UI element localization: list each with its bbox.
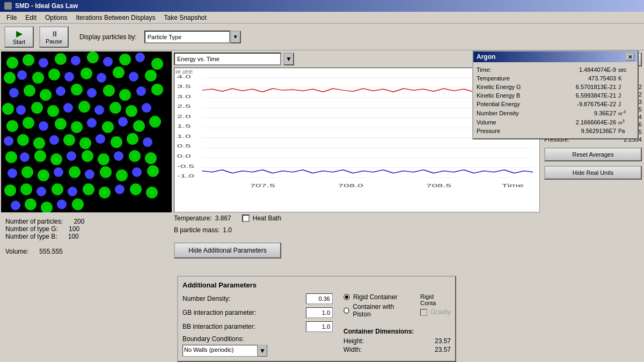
chart-type-arrow[interactable]: ▼ [283,53,294,65]
menu-snapshot[interactable]: Take Snapshot [159,13,210,23]
container-piston-radio[interactable] [343,307,349,314]
particle [126,105,137,117]
boundary-select-box[interactable]: No Walls (periodic) [182,345,258,357]
svg-text:-1.0: -1.0 [177,174,194,179]
container-type-group: Rigid Container Container with Piston [343,293,409,320]
particle [67,151,76,161]
menu-options[interactable]: Options [41,13,71,23]
hide-real-units-button[interactable]: Hide Real Units [544,166,642,180]
param-row-bb: BB interaction parameter: [182,321,333,332]
container-piston-row[interactable]: Container with Piston [343,303,409,318]
params-left: Number Density: GB interaction parameter… [182,293,333,357]
particle [83,183,94,195]
pause-button[interactable]: ⏸ Pause [39,26,69,48]
boundary-select[interactable]: No Walls (periodic) ▼ [182,345,267,357]
volume-label: Volume: [5,248,28,255]
argon-panel: Argon ✕ Time: 1.4844074E-9 sec Temperatu… [472,50,639,139]
particle [55,53,67,65]
rigid-container-radio[interactable] [343,294,350,300]
hide-additional-button[interactable]: Hide Additional Parameters [174,242,281,258]
particle [151,58,163,70]
particle [56,86,65,96]
argon-nd-value: 9.36E27 [543,110,616,116]
particle-type-arrow[interactable]: ▼ [230,31,241,43]
chart-type-box[interactable]: Energy vs. Time [174,53,281,65]
particle [39,121,48,131]
num-type-b-value: 100 [68,233,79,240]
particle [32,72,44,84]
argon-pres-label: Pressure [477,128,541,134]
particle [49,135,59,145]
menu-bar: File Edit Options Iterations Between Dis… [0,12,644,24]
particle [52,183,63,195]
particle [20,183,32,195]
volume-value: 555.555 [39,248,62,255]
boundary-select-row[interactable]: No Walls (periodic) ▼ [182,345,333,357]
particle [149,116,161,128]
argon-row-pres: Pressure 9.5629136E7 Pa [477,127,634,135]
width-label: Width: [343,346,362,353]
argon-close-button[interactable]: ✕ [626,53,634,61]
particle-type-box[interactable]: Particle Type [144,31,230,43]
temperature-value: 3.867 [215,215,231,222]
particle [119,89,131,101]
particle [25,198,36,210]
num-density-input[interactable] [306,293,333,304]
particle [145,152,157,164]
particle [33,137,45,149]
particle [23,117,34,129]
rigid-container-row[interactable]: Rigid Container [343,293,409,301]
height-value: 23.57 [435,337,451,345]
toolbar: ▶ Start ⏸ Pause Display particles by: Pa… [0,24,644,50]
reset-averages-button[interactable]: Reset Averages [544,147,642,161]
container-piston-label: Container with Piston [353,303,409,318]
particle [63,134,75,146]
main-content: Number of particles: 200 Number of type … [0,50,644,362]
particle [130,183,142,195]
argon-time-label: Time: [477,67,541,73]
particle [143,137,152,147]
bb-param-input[interactable] [306,321,333,332]
heat-bath-checkbox[interactable] [242,215,250,222]
particle [136,86,146,96]
particle [87,51,99,63]
particle-type-dropdown[interactable]: Particle Type ▼ [144,31,241,43]
num-type-g-label: Number of type G: [5,225,58,233]
particle [5,151,17,163]
particle [71,56,80,65]
svg-text:0.5: 0.5 [177,144,191,149]
gravity-label: Gravity [430,308,451,316]
argon-pres-unit: Pa [618,128,634,134]
pause-label: Pause [46,38,62,45]
svg-text:2.0: 2.0 [177,114,191,119]
particle [57,200,67,209]
particle [82,150,93,162]
particle [64,72,74,82]
boundary-label: Boundary Conditions: [182,335,244,343]
particle [50,153,62,165]
gravity-checkbox[interactable] [420,309,427,316]
params-grid: Number Density: GB interaction parameter… [182,293,451,357]
argon-row-time: Time: 1.4844074E-9 sec [477,65,634,74]
dim-row-width: Width: 23.57 [343,346,451,353]
argon-title: Argon [477,53,495,61]
particle [97,73,106,83]
particle [71,121,83,133]
start-button[interactable]: ▶ Start [4,26,34,48]
boundary-arrow[interactable]: ▼ [258,345,267,357]
additional-params-title: Additional Parameters [182,281,451,289]
menu-iterations[interactable]: Iterations Between Displays [71,13,159,23]
particle [69,166,80,178]
particle [103,85,115,97]
argon-ke-b-label: Kinetic Energy B [477,92,541,99]
particle [23,54,34,66]
boundary-row: Boundary Conditions: [182,335,333,343]
gb-param-input[interactable] [306,307,333,318]
bb-param-label: BB interaction parameter: [182,323,306,330]
particle [113,67,125,78]
argon-nd-unit: m-3 [618,109,634,116]
particle [87,118,97,128]
menu-edit[interactable]: Edit [21,13,41,23]
b-mass-value: 1.0 [223,226,232,234]
menu-file[interactable]: File [2,13,21,23]
